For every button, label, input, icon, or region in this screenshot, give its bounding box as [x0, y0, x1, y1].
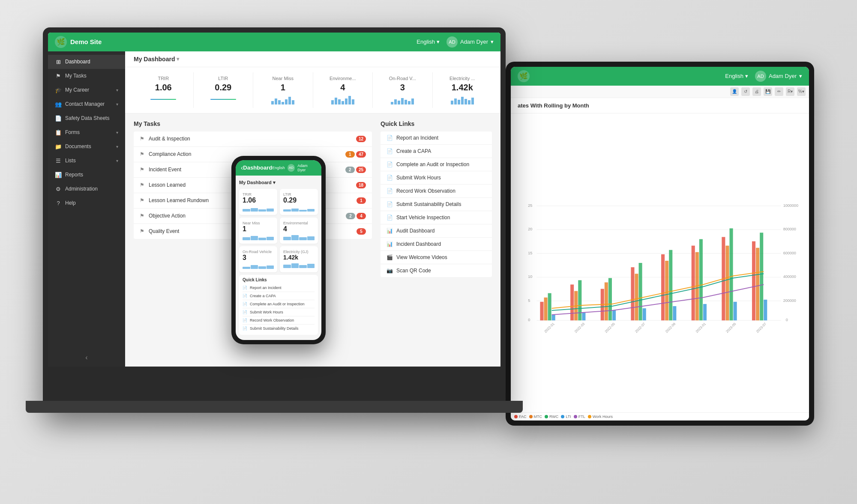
tablet-lang-selector[interactable]: English ▾	[725, 73, 748, 79]
phone-ql-5[interactable]: 📄 Record Work Observation	[243, 316, 315, 325]
ql-icon-7: 📄	[387, 215, 393, 221]
task-flag-icon: ⚑	[140, 228, 144, 234]
ql-incident-dashboard[interactable]: 📊 Incident Dashboard	[381, 238, 492, 251]
lists-arrow: ▾	[116, 158, 118, 163]
sds-icon: 📄	[55, 115, 62, 122]
svg-rect-45	[734, 301, 737, 320]
metric-trir[interactable]: TRIR 1.06	[134, 72, 194, 108]
task-badge-incident-2: 25	[356, 167, 366, 173]
phone-user-avatar[interactable]: AD	[288, 164, 295, 172]
tablet-device: 🌿 English ▾ AD Adam Dyer ▾ 👤 ↺ 🖨 💾 ✏	[506, 62, 814, 426]
laptop-lang-selector[interactable]: English ▾	[417, 39, 440, 45]
svg-rect-19	[544, 297, 548, 320]
sidebar-item-reports[interactable]: 📊 Reports	[48, 168, 125, 182]
svg-text:15: 15	[528, 251, 532, 255]
ql-sustainability[interactable]: 📄 Submit Sustainability Details	[381, 198, 492, 211]
task-badge-lesson: 18	[356, 182, 366, 188]
ql-submit-hours[interactable]: 📄 Submit Work Hours	[381, 171, 492, 185]
phone-metric-onroad[interactable]: On-Road Vehicle 3	[239, 246, 277, 272]
phone-ql-1[interactable]: 📄 Report an Incident	[243, 284, 315, 292]
sidebar-item-documents[interactable]: 📁 Documents ▾	[48, 140, 125, 154]
task-flag-icon: ⚑	[140, 213, 144, 219]
help-icon: ?	[55, 200, 62, 206]
task-row-audit[interactable]: ⚑ Audit & Inspection 12	[134, 131, 372, 147]
metrics-row: TRIR 1.06 LTIR 0.29	[125, 67, 500, 113]
tablet-user-menu[interactable]: AD Adam Dyer ▾	[755, 71, 802, 82]
task-badge-incident-1: 2	[345, 167, 355, 173]
ql-welcome-videos[interactable]: 🎬 View Welcome Videos	[381, 251, 492, 264]
svg-text:2022-07: 2022-07	[634, 322, 646, 334]
metric-ltir[interactable]: LTIR 0.29	[194, 72, 254, 108]
metric-nearmiss[interactable]: Near Miss 1	[253, 72, 313, 108]
svg-rect-25	[582, 313, 585, 320]
sidebar-item-contact[interactable]: 👥 Contact Manager ▾	[48, 97, 125, 111]
documents-icon: 📁	[55, 143, 62, 150]
phone-ql-3[interactable]: 📄 Complete an Audit or Inspection	[243, 300, 315, 308]
laptop-user-menu[interactable]: AD Adam Dyer ▾	[446, 36, 494, 48]
sidebar-item-admin[interactable]: ⚙ Administration	[48, 182, 125, 196]
phone-metric-nearmiss[interactable]: Near Miss 1	[239, 218, 277, 244]
phone-dash-title[interactable]: My Dashboard ▾	[239, 179, 318, 186]
svg-rect-48	[760, 233, 763, 320]
toolbar-btn-2[interactable]: ↺	[741, 87, 750, 96]
ql-vehicle-inspection[interactable]: 📄 Start Vehicle Inspection	[381, 211, 492, 224]
ql-record-observation[interactable]: 📄 Record Work Observation	[381, 185, 492, 198]
ql-icon-11: 📷	[387, 268, 393, 274]
phone-ql-4[interactable]: 📄 Submit Work Hours	[243, 308, 315, 316]
phone-ql-6[interactable]: 📄 Submit Sustainability Details	[243, 325, 315, 332]
phone-metric-electricity[interactable]: Electricity (GJ) 1.42k	[280, 246, 318, 272]
svg-rect-47	[756, 248, 759, 320]
task-badge-compliance-2: 47	[356, 151, 366, 158]
ql-icon-1: 📄	[387, 135, 393, 141]
metric-electricity[interactable]: Electricity ... 1.42k	[433, 72, 492, 108]
svg-rect-33	[643, 308, 646, 320]
metric-onroad[interactable]: On-Road V... 3	[373, 72, 433, 108]
phone-metric-ltir[interactable]: LTIR 0.29	[280, 189, 318, 215]
toolbar-btn-1[interactable]: 👤	[730, 87, 739, 96]
sidebar-item-help[interactable]: ? Help	[48, 196, 125, 210]
sidebar-collapse-button[interactable]: ‹	[48, 349, 125, 367]
legend-fac: FAC	[514, 415, 527, 419]
svg-text:200000: 200000	[783, 298, 796, 302]
phone-metric-environmental[interactable]: Environmental 4	[280, 218, 318, 244]
ql-complete-audit[interactable]: 📄 Complete an Audit or Inspection	[381, 158, 492, 171]
phone-device: ‹ Dashboard English AD Adam Dyer My Dash…	[231, 156, 326, 344]
ql-audit-dashboard[interactable]: 📊 Audit Dashboard	[381, 224, 492, 238]
svg-text:25: 25	[528, 203, 532, 207]
metric-environmental[interactable]: Environme... 4	[313, 72, 373, 108]
svg-rect-36	[669, 250, 672, 320]
toolbar-btn-5[interactable]: ✏	[775, 87, 783, 96]
svg-rect-46	[752, 241, 755, 320]
toolbar-btn-7[interactable]: %▾	[797, 87, 806, 96]
dashboard-header[interactable]: My Dashboard ▾	[125, 51, 500, 67]
task-badge-objective-2: 4	[357, 213, 366, 219]
sidebar-item-sds[interactable]: 📄 Safety Data Sheets	[48, 111, 125, 125]
documents-arrow: ▾	[116, 144, 118, 149]
tablet-chart-legend: FAC MTC RWC LTI FTL	[511, 412, 809, 420]
legend-workhours: Work Hours	[588, 415, 613, 419]
toolbar-btn-6[interactable]: R▾	[786, 87, 794, 96]
ql-create-capa[interactable]: 📄 Create a CAPA	[381, 145, 492, 158]
phone-ql-2[interactable]: 📄 Create a CAPA	[243, 292, 315, 300]
lists-icon: ☰	[55, 158, 62, 164]
toolbar-btn-4[interactable]: 💾	[764, 87, 772, 96]
sidebar-item-tasks[interactable]: ⚑ My Tasks	[48, 69, 125, 83]
laptop-site-name: Demo Site	[70, 38, 102, 45]
ql-scan-qr[interactable]: 📷 Scan QR Code	[381, 264, 492, 277]
svg-text:800000: 800000	[783, 227, 796, 231]
tablet-chart-title: ates With Rolling by Month	[511, 98, 809, 113]
phone-metric-trir[interactable]: TRIR 1.06	[239, 189, 277, 215]
sidebar-item-lists[interactable]: ☰ Lists ▾	[48, 154, 125, 168]
svg-rect-35	[665, 260, 668, 320]
svg-text:2022-05: 2022-05	[604, 322, 616, 334]
sidebar-item-forms[interactable]: 📋 Forms ▾	[48, 125, 125, 140]
admin-icon: ⚙	[55, 186, 62, 192]
toolbar-btn-3[interactable]: 🖨	[752, 87, 761, 96]
sidebar-item-career[interactable]: 🎓 My Career ▾	[48, 83, 125, 97]
legend-lti: LTI	[561, 415, 571, 419]
svg-rect-43	[725, 245, 729, 320]
career-arrow: ▾	[116, 88, 118, 92]
sidebar-item-dashboard[interactable]: ⊞ Dashboard	[48, 55, 125, 69]
legend-mtc: MTC	[529, 415, 542, 419]
ql-report-incident[interactable]: 📄 Report an Incident	[381, 131, 492, 145]
